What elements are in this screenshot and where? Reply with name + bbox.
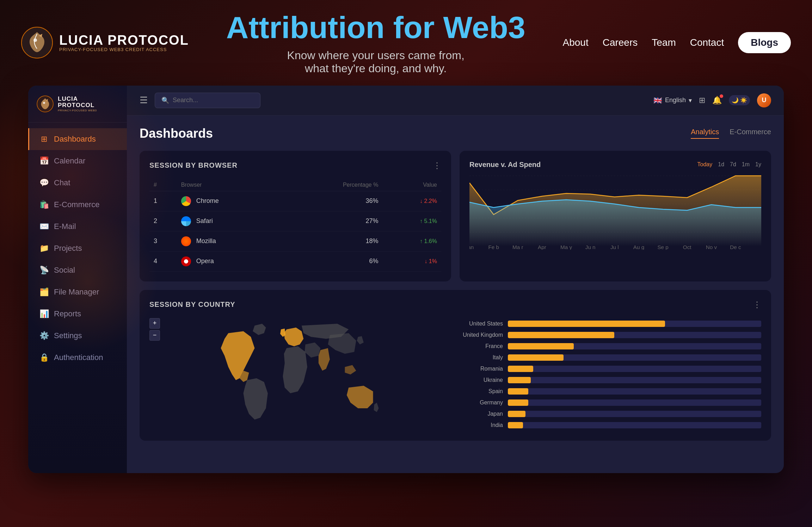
bar-fill — [508, 411, 525, 417]
sidebar-item-calendar[interactable]: 📅 Calendar — [28, 150, 127, 172]
bar-container — [508, 366, 761, 372]
svg-text:De
c: De c — [730, 244, 741, 249]
moon-icon: 🌙 — [732, 97, 739, 104]
ecommerce-icon: 🛍️ — [39, 200, 49, 209]
country-name: Italy — [461, 354, 503, 361]
svg-text:Apr: Apr — [538, 244, 546, 249]
reports-icon: 📊 — [39, 309, 49, 318]
sidebar-item-email[interactable]: ✉️ E-Mail — [28, 216, 127, 237]
sidebar-item-label: Social — [54, 266, 75, 275]
sidebar-item-ecommerce[interactable]: 🛍️ E-Commerce — [28, 194, 127, 216]
sidebar-nav: ⊞ Dashboards 📅 Calendar 💬 Chat 🛍️ E-Comm… — [28, 123, 127, 473]
bar-fill — [508, 332, 614, 338]
email-icon: ✉️ — [39, 222, 49, 231]
sidebar-logo: LUCIAPROTOCOL PRIVACY-FOCUSED WEB3 — [28, 86, 127, 123]
language-label: English — [665, 97, 686, 104]
bar-container — [508, 388, 761, 395]
theme-toggle[interactable]: 🌙 ☀️ — [729, 95, 750, 105]
sidebar-item-projects[interactable]: 📁 Projects — [28, 237, 127, 259]
grid-icon[interactable]: ⊞ — [699, 96, 705, 105]
bar-fill — [508, 343, 574, 349]
browser-table: # Browser Percentage % Value 1 Chrome 36… — [149, 179, 441, 272]
sidebar-item-reports[interactable]: 📊 Reports — [28, 303, 127, 325]
sidebar-item-filemanager[interactable]: 🗂️ File Manager — [28, 281, 127, 303]
sidebar-item-social[interactable]: 📡 Social — [28, 259, 127, 281]
country-card-menu[interactable]: ⋮ — [753, 300, 761, 310]
table-row: 2 Safari 27% ↑ 5.1% — [149, 211, 441, 231]
sidebar-item-settings[interactable]: ⚙️ Settings — [28, 325, 127, 347]
row-browser: Safari — [177, 211, 282, 231]
logo-subtitle: PRIVACY-FOCUSED WEB3 CREDIT ACCESS — [59, 47, 189, 52]
filter-7d[interactable]: 7d — [730, 161, 736, 168]
row-val: ↑ 1.6% — [382, 231, 441, 251]
world-map: + − — [149, 318, 450, 431]
row-pct: 36% — [282, 191, 382, 211]
page-tabs: Analytics E-Commerce — [691, 128, 771, 139]
page-header: Dashboards Analytics E-Commerce — [140, 126, 771, 141]
country-card-title: SESSION BY COUNTRY — [149, 300, 235, 309]
filter-1m[interactable]: 1m — [742, 161, 750, 168]
map-controls: + − — [149, 318, 160, 341]
nav-careers[interactable]: Careers — [603, 37, 638, 48]
svg-text:Ma
r: Ma r — [512, 244, 523, 249]
svg-text:Oct: Oct — [683, 244, 691, 249]
country-card: SESSION BY COUNTRY ⋮ + − — [140, 290, 771, 441]
main-content: ☰ 🔍 🇬🇧 English ▾ ⊞ 🔔 🌙 ☀️ — [127, 86, 784, 473]
filter-1y[interactable]: 1y — [755, 161, 761, 168]
table-row: 3 Mozilla 18% ↑ 1.6% — [149, 231, 441, 251]
tab-analytics[interactable]: Analytics — [691, 128, 719, 139]
col-pct: Percentage % — [282, 179, 382, 191]
country-row: France — [461, 343, 761, 349]
bar-fill — [508, 366, 533, 372]
search-bar[interactable]: 🔍 — [155, 93, 260, 108]
menu-icon[interactable]: ☰ — [140, 95, 148, 106]
time-filters: Today 1d 7d 1m 1y — [697, 161, 761, 168]
svg-text:Ju
n: Ju n — [585, 244, 596, 249]
sidebar-item-dashboards[interactable]: ⊞ Dashboards — [28, 128, 127, 150]
sidebar-item-authentication[interactable]: 🔒 Authentication — [28, 347, 127, 368]
nav-about[interactable]: About — [562, 37, 588, 48]
chat-icon: 💬 — [39, 178, 49, 187]
nav-contact[interactable]: Contact — [690, 37, 724, 48]
notification-icon[interactable]: 🔔 — [712, 96, 722, 105]
logo-text: LUCIA PROTOCOL PRIVACY-FOCUSED WEB3 CRED… — [59, 33, 189, 52]
revenue-card-title: Revenue v. Ad Spend — [469, 161, 541, 169]
search-input[interactable] — [173, 97, 250, 104]
col-value: Value — [382, 179, 441, 191]
row-browser: Mozilla — [177, 231, 282, 251]
country-name: Germany — [461, 399, 503, 406]
world-map-svg — [149, 318, 450, 431]
language-selector[interactable]: 🇬🇧 English ▾ — [653, 96, 692, 105]
nav-team[interactable]: Team — [652, 37, 676, 48]
country-row: Japan — [461, 411, 761, 417]
country-content: + − — [149, 318, 761, 431]
sidebar-item-label: Projects — [54, 244, 82, 253]
country-name: Ukraine — [461, 377, 503, 383]
bar-container — [508, 411, 761, 417]
bar-container — [508, 354, 761, 361]
browser-icon — [181, 196, 191, 206]
map-zoom-in[interactable]: + — [149, 318, 160, 329]
country-bars: United States United Kingdom France Ital… — [461, 318, 761, 431]
sidebar-item-label: E-Commerce — [54, 200, 100, 209]
tab-ecommerce[interactable]: E-Commerce — [730, 128, 771, 139]
row-browser: Opera — [177, 251, 282, 271]
country-row: Romania — [461, 366, 761, 372]
map-zoom-out[interactable]: − — [149, 330, 160, 341]
row-num: 4 — [149, 251, 177, 271]
filemanager-icon: 🗂️ — [39, 287, 49, 297]
browser-card-menu[interactable]: ⋮ — [433, 161, 441, 170]
sidebar-item-chat[interactable]: 💬 Chat — [28, 172, 127, 194]
chevron-down-icon: ▾ — [689, 97, 692, 104]
sidebar-logo-icon — [37, 95, 54, 112]
sidebar-item-label: File Manager — [54, 287, 99, 297]
nav-blogs-button[interactable]: Blogs — [738, 32, 791, 53]
country-row: Italy — [461, 354, 761, 361]
avatar[interactable]: U — [757, 93, 771, 107]
filter-1d[interactable]: 1d — [718, 161, 724, 168]
bar-fill — [508, 354, 564, 361]
dashboards-icon: ⊞ — [39, 135, 49, 144]
country-row: United Kingdom — [461, 332, 761, 338]
filter-today[interactable]: Today — [697, 161, 713, 168]
bar-container — [508, 422, 761, 428]
